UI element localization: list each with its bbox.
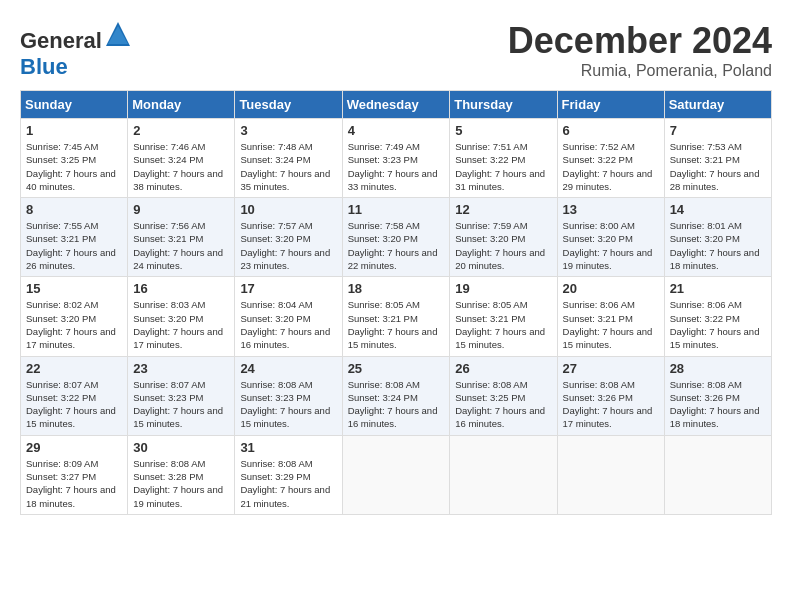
day-number: 22 — [26, 361, 122, 376]
day-info: Sunrise: 7:51 AMSunset: 3:22 PMDaylight:… — [455, 141, 545, 192]
calendar-cell: 10 Sunrise: 7:57 AMSunset: 3:20 PMDaylig… — [235, 198, 342, 277]
calendar-cell: 20 Sunrise: 8:06 AMSunset: 3:21 PMDaylig… — [557, 277, 664, 356]
day-info: Sunrise: 8:02 AMSunset: 3:20 PMDaylight:… — [26, 299, 116, 350]
day-info: Sunrise: 8:07 AMSunset: 3:22 PMDaylight:… — [26, 379, 116, 430]
day-number: 15 — [26, 281, 122, 296]
logo-text: General Blue — [20, 20, 132, 80]
logo-icon — [104, 20, 132, 48]
calendar-cell: 9 Sunrise: 7:56 AMSunset: 3:21 PMDayligh… — [128, 198, 235, 277]
day-info: Sunrise: 8:09 AMSunset: 3:27 PMDaylight:… — [26, 458, 116, 509]
title-block: December 2024 Rumia, Pomerania, Poland — [508, 20, 772, 80]
calendar-cell: 31 Sunrise: 8:08 AMSunset: 3:29 PMDaylig… — [235, 435, 342, 514]
calendar-cell: 18 Sunrise: 8:05 AMSunset: 3:21 PMDaylig… — [342, 277, 450, 356]
day-number: 28 — [670, 361, 766, 376]
calendar-cell: 19 Sunrise: 8:05 AMSunset: 3:21 PMDaylig… — [450, 277, 557, 356]
location-title: Rumia, Pomerania, Poland — [508, 62, 772, 80]
day-info: Sunrise: 7:55 AMSunset: 3:21 PMDaylight:… — [26, 220, 116, 271]
day-number: 24 — [240, 361, 336, 376]
page-header: General Blue December 2024 Rumia, Pomera… — [20, 20, 772, 80]
day-info: Sunrise: 8:08 AMSunset: 3:23 PMDaylight:… — [240, 379, 330, 430]
calendar-cell: 3 Sunrise: 7:48 AMSunset: 3:24 PMDayligh… — [235, 119, 342, 198]
day-number: 14 — [670, 202, 766, 217]
calendar-cell: 22 Sunrise: 8:07 AMSunset: 3:22 PMDaylig… — [21, 356, 128, 435]
day-number: 11 — [348, 202, 445, 217]
day-info: Sunrise: 8:05 AMSunset: 3:21 PMDaylight:… — [455, 299, 545, 350]
col-header-friday: Friday — [557, 91, 664, 119]
day-number: 16 — [133, 281, 229, 296]
col-header-thursday: Thursday — [450, 91, 557, 119]
day-info: Sunrise: 7:58 AMSunset: 3:20 PMDaylight:… — [348, 220, 438, 271]
calendar-cell: 15 Sunrise: 8:02 AMSunset: 3:20 PMDaylig… — [21, 277, 128, 356]
day-number: 1 — [26, 123, 122, 138]
day-info: Sunrise: 8:08 AMSunset: 3:26 PMDaylight:… — [670, 379, 760, 430]
day-number: 12 — [455, 202, 551, 217]
day-info: Sunrise: 8:07 AMSunset: 3:23 PMDaylight:… — [133, 379, 223, 430]
day-number: 27 — [563, 361, 659, 376]
day-number: 17 — [240, 281, 336, 296]
month-title: December 2024 — [508, 20, 772, 62]
day-number: 8 — [26, 202, 122, 217]
col-header-saturday: Saturday — [664, 91, 771, 119]
day-number: 30 — [133, 440, 229, 455]
calendar-cell: 16 Sunrise: 8:03 AMSunset: 3:20 PMDaylig… — [128, 277, 235, 356]
day-info: Sunrise: 8:08 AMSunset: 3:25 PMDaylight:… — [455, 379, 545, 430]
day-number: 21 — [670, 281, 766, 296]
calendar-cell: 25 Sunrise: 8:08 AMSunset: 3:24 PMDaylig… — [342, 356, 450, 435]
day-info: Sunrise: 8:08 AMSunset: 3:29 PMDaylight:… — [240, 458, 330, 509]
calendar-cell: 13 Sunrise: 8:00 AMSunset: 3:20 PMDaylig… — [557, 198, 664, 277]
calendar-cell — [450, 435, 557, 514]
calendar-cell: 7 Sunrise: 7:53 AMSunset: 3:21 PMDayligh… — [664, 119, 771, 198]
day-info: Sunrise: 8:01 AMSunset: 3:20 PMDaylight:… — [670, 220, 760, 271]
day-info: Sunrise: 8:04 AMSunset: 3:20 PMDaylight:… — [240, 299, 330, 350]
day-info: Sunrise: 7:49 AMSunset: 3:23 PMDaylight:… — [348, 141, 438, 192]
day-info: Sunrise: 8:05 AMSunset: 3:21 PMDaylight:… — [348, 299, 438, 350]
day-info: Sunrise: 8:08 AMSunset: 3:26 PMDaylight:… — [563, 379, 653, 430]
calendar-week-row: 1 Sunrise: 7:45 AMSunset: 3:25 PMDayligh… — [21, 119, 772, 198]
calendar-cell: 14 Sunrise: 8:01 AMSunset: 3:20 PMDaylig… — [664, 198, 771, 277]
day-number: 9 — [133, 202, 229, 217]
day-number: 23 — [133, 361, 229, 376]
day-info: Sunrise: 7:48 AMSunset: 3:24 PMDaylight:… — [240, 141, 330, 192]
day-info: Sunrise: 7:45 AMSunset: 3:25 PMDaylight:… — [26, 141, 116, 192]
day-number: 25 — [348, 361, 445, 376]
calendar-week-row: 22 Sunrise: 8:07 AMSunset: 3:22 PMDaylig… — [21, 356, 772, 435]
logo-general: General — [20, 28, 102, 53]
day-number: 10 — [240, 202, 336, 217]
day-info: Sunrise: 7:56 AMSunset: 3:21 PMDaylight:… — [133, 220, 223, 271]
day-number: 2 — [133, 123, 229, 138]
calendar-cell: 6 Sunrise: 7:52 AMSunset: 3:22 PMDayligh… — [557, 119, 664, 198]
calendar-cell: 8 Sunrise: 7:55 AMSunset: 3:21 PMDayligh… — [21, 198, 128, 277]
day-number: 20 — [563, 281, 659, 296]
calendar-cell: 11 Sunrise: 7:58 AMSunset: 3:20 PMDaylig… — [342, 198, 450, 277]
logo: General Blue — [20, 20, 132, 80]
calendar-week-row: 29 Sunrise: 8:09 AMSunset: 3:27 PMDaylig… — [21, 435, 772, 514]
day-number: 26 — [455, 361, 551, 376]
logo-blue: Blue — [20, 54, 68, 79]
calendar-cell — [664, 435, 771, 514]
calendar-cell: 21 Sunrise: 8:06 AMSunset: 3:22 PMDaylig… — [664, 277, 771, 356]
calendar-cell: 2 Sunrise: 7:46 AMSunset: 3:24 PMDayligh… — [128, 119, 235, 198]
day-number: 5 — [455, 123, 551, 138]
day-number: 31 — [240, 440, 336, 455]
day-info: Sunrise: 7:59 AMSunset: 3:20 PMDaylight:… — [455, 220, 545, 271]
calendar-cell: 1 Sunrise: 7:45 AMSunset: 3:25 PMDayligh… — [21, 119, 128, 198]
calendar-week-row: 15 Sunrise: 8:02 AMSunset: 3:20 PMDaylig… — [21, 277, 772, 356]
svg-marker-1 — [108, 26, 128, 44]
day-number: 19 — [455, 281, 551, 296]
calendar-cell — [342, 435, 450, 514]
col-header-monday: Monday — [128, 91, 235, 119]
calendar-cell: 27 Sunrise: 8:08 AMSunset: 3:26 PMDaylig… — [557, 356, 664, 435]
day-info: Sunrise: 7:52 AMSunset: 3:22 PMDaylight:… — [563, 141, 653, 192]
calendar-cell: 29 Sunrise: 8:09 AMSunset: 3:27 PMDaylig… — [21, 435, 128, 514]
calendar-cell: 24 Sunrise: 8:08 AMSunset: 3:23 PMDaylig… — [235, 356, 342, 435]
day-number: 13 — [563, 202, 659, 217]
day-info: Sunrise: 8:06 AMSunset: 3:22 PMDaylight:… — [670, 299, 760, 350]
day-number: 7 — [670, 123, 766, 138]
col-header-wednesday: Wednesday — [342, 91, 450, 119]
day-number: 6 — [563, 123, 659, 138]
col-header-tuesday: Tuesday — [235, 91, 342, 119]
day-info: Sunrise: 7:46 AMSunset: 3:24 PMDaylight:… — [133, 141, 223, 192]
day-number: 18 — [348, 281, 445, 296]
calendar-cell: 28 Sunrise: 8:08 AMSunset: 3:26 PMDaylig… — [664, 356, 771, 435]
calendar-week-row: 8 Sunrise: 7:55 AMSunset: 3:21 PMDayligh… — [21, 198, 772, 277]
